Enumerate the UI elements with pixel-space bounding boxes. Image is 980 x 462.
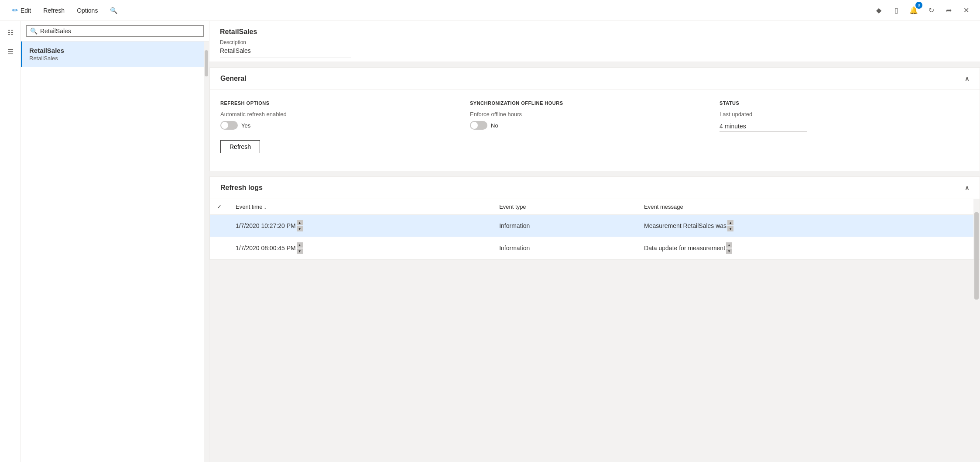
search-input[interactable] xyxy=(40,28,200,34)
close-icon: ✕ xyxy=(963,6,969,14)
sidebar-scroll-thumb[interactable] xyxy=(205,50,208,76)
refresh-logs-title: Refresh logs xyxy=(220,184,263,192)
refresh-circle-icon: ↻ xyxy=(929,6,934,14)
toolbar-left: ✏ Edit Refresh Options 🔍 xyxy=(7,3,870,17)
filter-icon: ☷ xyxy=(7,28,14,37)
general-collapse-icon: ∧ xyxy=(965,75,969,82)
row1-event-time: 1/7/2020 10:27:20 PM ▲ ▼ xyxy=(229,215,492,237)
menu-icon-button[interactable]: ☰ xyxy=(3,44,18,59)
general-section-header[interactable]: General ∧ xyxy=(210,68,980,90)
left-icon-sidebar: ☷ ☰ xyxy=(0,21,21,462)
row1-time-value: 1/7/2020 10:27:20 PM xyxy=(236,222,296,229)
row1-scroll-down[interactable]: ▼ xyxy=(297,226,303,231)
page-title: RetailSales xyxy=(220,28,970,36)
row1-event-message: Measurement RetailSales was ▲ ▼ xyxy=(637,215,973,237)
auto-refresh-value: Yes xyxy=(241,122,250,129)
list-item-subtitle: RetailSales xyxy=(29,55,197,62)
edit-button[interactable]: ✏ Edit xyxy=(7,3,36,17)
row2-scroll-up[interactable]: ▲ xyxy=(297,242,303,248)
row1-msg-scroll-down[interactable]: ▼ xyxy=(727,226,733,231)
enforce-offline-value: No xyxy=(491,122,498,129)
logs-scroll-thumb[interactable] xyxy=(974,212,979,300)
sidebar-scrollbar[interactable] xyxy=(204,41,209,462)
diamond-icon: ◆ xyxy=(876,6,881,14)
menu-icon: ☰ xyxy=(7,48,14,56)
row1-check xyxy=(210,215,229,237)
content-sections: RetailSales Description RetailSales Gene… xyxy=(209,21,980,260)
list-item-title: RetailSales xyxy=(29,47,197,54)
sort-icon: ↓ xyxy=(264,204,267,210)
sidebar-list-area: 🔍 RetailSales RetailSales xyxy=(21,21,209,462)
toolbar-search-button[interactable]: 🔍 xyxy=(105,4,123,17)
list-item-retailsales[interactable]: RetailSales RetailSales xyxy=(21,41,204,67)
row1-msg-scroll-btns: ▲ ▼ xyxy=(727,220,733,231)
auto-refresh-toggle-row: Yes xyxy=(220,121,463,130)
list-items-wrap: RetailSales RetailSales xyxy=(21,41,204,462)
row2-time-value: 1/7/2020 08:00:45 PM xyxy=(236,245,296,252)
col-event-message-label: Event message xyxy=(644,203,683,210)
toolbar: ✏ Edit Refresh Options 🔍 ◆ ▯ 🔔 0 ↻ ➦ xyxy=(0,0,980,21)
row1-msg-scroll-up[interactable]: ▲ xyxy=(727,220,733,225)
enforce-offline-toggle[interactable] xyxy=(470,121,487,130)
search-input-wrap[interactable]: 🔍 xyxy=(26,25,204,37)
filter-icon-button[interactable]: ☷ xyxy=(3,24,18,40)
refresh-action-button[interactable]: Refresh xyxy=(220,140,260,153)
office-icon-button[interactable]: ▯ xyxy=(889,3,903,17)
search-icon: 🔍 xyxy=(110,7,117,14)
sync-offline-col: SYNCHRONIZATION OFFLINE HOURS Enforce of… xyxy=(470,100,720,160)
list-scroll-area: RetailSales RetailSales xyxy=(21,41,209,462)
general-section: General ∧ REFRESH OPTIONS Automatic refr… xyxy=(209,67,980,171)
row2-scroll-down[interactable]: ▼ xyxy=(297,248,303,254)
col-event-type[interactable]: Event type xyxy=(492,199,637,215)
refresh-button[interactable]: Refresh xyxy=(38,4,70,17)
search-box: 🔍 xyxy=(21,21,209,41)
general-grid: REFRESH OPTIONS Automatic refresh enable… xyxy=(210,90,980,171)
refresh-label: Refresh xyxy=(43,7,65,14)
col-event-time[interactable]: Event time ↓ xyxy=(229,199,492,215)
sync-offline-label: SYNCHRONIZATION OFFLINE HOURS xyxy=(470,100,713,106)
main-layout: ☷ ☰ 🔍 RetailSales RetailSales xyxy=(0,21,980,462)
description-label: Description xyxy=(220,39,970,45)
logs-table-header: ✓ Event time ↓ Event type Event message xyxy=(210,199,973,215)
refresh-options-label: REFRESH OPTIONS xyxy=(220,100,463,106)
edit-icon: ✏ xyxy=(12,6,18,14)
last-updated-label: Last updated xyxy=(720,111,962,117)
close-button[interactable]: ✕ xyxy=(959,3,973,17)
notification-button[interactable]: 🔔 0 xyxy=(907,3,921,17)
row2-msg-value: Data update for measurement xyxy=(644,245,725,252)
refresh-circle-button[interactable]: ↻ xyxy=(924,3,938,17)
logs-collapse-icon: ∧ xyxy=(965,184,969,191)
expand-button[interactable]: ➦ xyxy=(942,3,956,17)
refresh-options-col: REFRESH OPTIONS Automatic refresh enable… xyxy=(220,100,470,160)
options-button[interactable]: Options xyxy=(72,4,103,17)
edit-label: Edit xyxy=(21,7,31,14)
logs-table-body: 1/7/2020 10:27:20 PM ▲ ▼ Information xyxy=(210,215,973,259)
table-row[interactable]: 1/7/2020 10:27:20 PM ▲ ▼ Information xyxy=(210,215,973,237)
row2-event-time: 1/7/2020 08:00:45 PM ▲ ▼ xyxy=(229,237,492,259)
table-row[interactable]: 1/7/2020 08:00:45 PM ▲ ▼ Information xyxy=(210,237,973,259)
logs-table: ✓ Event time ↓ Event type Event message xyxy=(210,199,973,259)
row1-time-scroll: 1/7/2020 10:27:20 PM ▲ ▼ xyxy=(236,220,485,231)
row2-msg-scroll-up[interactable]: ▲ xyxy=(726,242,732,248)
auto-refresh-toggle[interactable] xyxy=(220,121,238,130)
col-event-time-label: Event time xyxy=(236,203,262,210)
enforce-offline-label: Enforce offline hours xyxy=(470,111,713,117)
refresh-logs-header[interactable]: Refresh logs ∧ xyxy=(210,177,980,199)
auto-refresh-label: Automatic refresh enabled xyxy=(220,111,463,117)
status-col-label: STATUS xyxy=(720,100,962,106)
row2-check xyxy=(210,237,229,259)
row1-scroll-up[interactable]: ▲ xyxy=(297,220,303,225)
row2-msg-scroll-down[interactable]: ▼ xyxy=(726,248,732,254)
logs-header-row: ✓ Event time ↓ Event type Event message xyxy=(210,199,973,215)
row2-time-scroll: 1/7/2020 08:00:45 PM ▲ ▼ xyxy=(236,242,485,254)
row2-event-type: Information xyxy=(492,237,637,259)
col-event-type-label: Event type xyxy=(499,203,526,210)
row2-msg-scroll: Data update for measurement ▲ ▼ xyxy=(644,242,966,254)
status-col: STATUS Last updated 4 minutes xyxy=(720,100,969,160)
col-check: ✓ xyxy=(210,199,229,215)
diamond-icon-button[interactable]: ◆ xyxy=(872,3,886,17)
col-event-message[interactable]: Event message xyxy=(637,199,973,215)
logs-scrollbar[interactable] xyxy=(973,199,980,259)
row1-event-type: Information xyxy=(492,215,637,237)
refresh-logs-section: Refresh logs ∧ ✓ Event time ↓ xyxy=(209,176,980,260)
